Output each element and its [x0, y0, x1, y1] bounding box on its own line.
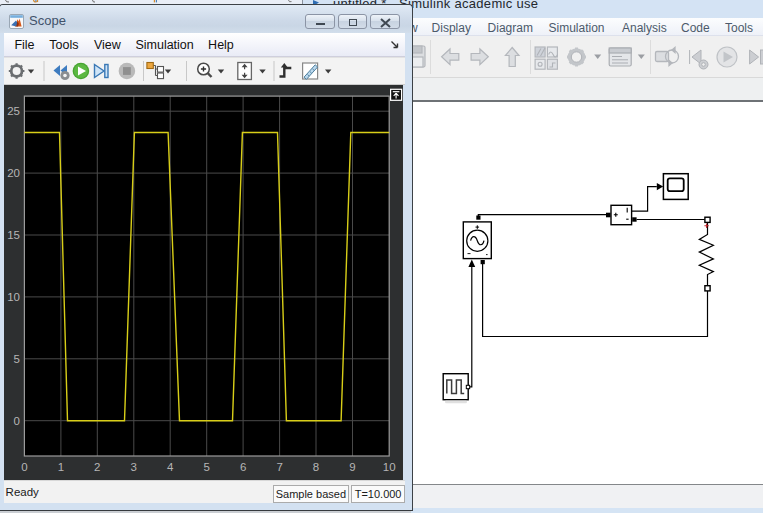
svg-text:20: 20	[7, 167, 20, 179]
svg-text:0: 0	[21, 461, 27, 473]
svg-text:3: 3	[131, 461, 137, 473]
svg-text:1: 1	[58, 461, 64, 473]
svg-text:5: 5	[204, 461, 210, 473]
svg-text:2: 2	[94, 461, 100, 473]
svg-text:15: 15	[7, 229, 20, 241]
svg-text:5: 5	[14, 353, 20, 365]
svg-text:9: 9	[349, 461, 355, 473]
svg-text:10: 10	[7, 291, 20, 303]
svg-text:0: 0	[14, 415, 20, 427]
svg-text:8: 8	[313, 461, 319, 473]
svg-text:6: 6	[240, 461, 246, 473]
svg-text:10: 10	[383, 461, 396, 473]
svg-text:4: 4	[167, 461, 174, 473]
svg-text:25: 25	[7, 105, 20, 117]
svg-text:7: 7	[277, 461, 283, 473]
